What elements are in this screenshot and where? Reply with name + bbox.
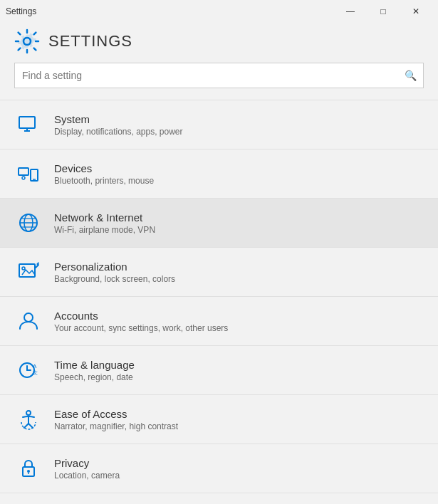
title-bar: Settings — □ ✕ [0, 0, 438, 23]
svg-point-16 [22, 267, 25, 270]
settings-item-devices[interactable]: Devices Bluetooth, printers, mouse [0, 149, 438, 198]
settings-item-personalization[interactable]: Personalization Background, lock screen,… [0, 247, 438, 296]
svg-rect-5 [19, 168, 28, 175]
settings-item-system[interactable]: System Display, notifications, apps, pow… [0, 100, 438, 149]
settings-list: System Display, notifications, apps, pow… [0, 100, 438, 504]
search-input[interactable] [14, 63, 424, 88]
personalization-icon [14, 258, 43, 286]
close-button[interactable]: ✕ [400, 0, 432, 23]
network-title: Network & Internet [54, 211, 155, 224]
settings-item-accounts[interactable]: Accounts Your account, sync settings, wo… [0, 296, 438, 345]
svg-text:A: A [33, 363, 37, 369]
ease-subtitle: Narrator, magnifier, high contrast [54, 421, 178, 431]
time-subtitle: Speech, region, date [54, 372, 135, 382]
personalization-title: Personalization [54, 261, 175, 273]
settings-item-time[interactable]: A 文 Time & language Speech, region, date [0, 345, 438, 394]
settings-item-update[interactable]: Update & security Windows Update, recove… [0, 493, 438, 504]
devices-subtitle: Bluetooth, printers, mouse [54, 176, 154, 186]
header: SETTINGS [0, 23, 438, 63]
svg-rect-2 [19, 117, 35, 128]
network-text: Network & Internet Wi-Fi, airplane mode,… [54, 211, 155, 235]
system-icon [14, 110, 43, 139]
settings-item-ease[interactable]: Ease of Access Narrator, magnifier, high… [0, 394, 438, 443]
title-bar-controls: — □ ✕ [334, 0, 432, 23]
svg-text:文: 文 [33, 370, 38, 375]
settings-item-network[interactable]: Network & Internet Wi-Fi, airplane mode,… [0, 198, 438, 247]
search-icon: 🔍 [405, 70, 417, 81]
accounts-title: Accounts [54, 310, 228, 322]
devices-icon [14, 159, 43, 188]
minimize-button[interactable]: — [334, 0, 367, 23]
privacy-subtitle: Location, camera [54, 471, 120, 481]
system-text: System Display, notifications, apps, pow… [54, 113, 183, 137]
svg-point-19 [24, 313, 33, 322]
search-bar[interactable]: 🔍 [14, 63, 424, 88]
settings-item-privacy[interactable]: Privacy Location, camera [0, 443, 438, 493]
ease-text: Ease of Access Narrator, magnifier, high… [54, 408, 178, 431]
network-subtitle: Wi-Fi, airplane mode, VPN [54, 225, 155, 235]
header-title: SETTINGS [48, 32, 132, 51]
title-bar-title: Settings [6, 6, 36, 16]
maximize-button[interactable]: □ [367, 0, 400, 23]
system-subtitle: Display, notifications, apps, power [54, 127, 183, 137]
ease-title: Ease of Access [54, 408, 178, 420]
devices-title: Devices [54, 162, 154, 174]
devices-text: Devices Bluetooth, printers, mouse [54, 162, 154, 186]
network-icon [14, 209, 43, 237]
time-icon: A 文 [14, 356, 43, 384]
svg-point-25 [26, 411, 31, 415]
accounts-icon [14, 307, 43, 335]
privacy-title: Privacy [54, 457, 120, 469]
settings-header-icon [14, 28, 40, 54]
time-text: Time & language Speech, region, date [54, 359, 135, 382]
privacy-text: Privacy Location, camera [54, 457, 120, 481]
accounts-subtitle: Your account, sync settings, work, other… [54, 323, 228, 333]
personalization-subtitle: Background, lock screen, colors [54, 274, 175, 284]
personalization-text: Personalization Background, lock screen,… [54, 261, 175, 284]
system-title: System [54, 113, 183, 125]
svg-line-17 [36, 265, 38, 268]
accounts-text: Accounts Your account, sync settings, wo… [54, 310, 228, 333]
time-title: Time & language [54, 359, 135, 371]
title-bar-left: Settings [6, 6, 36, 16]
svg-point-27 [27, 470, 30, 473]
privacy-icon [14, 454, 43, 483]
svg-point-8 [22, 177, 25, 179]
ease-icon [14, 405, 43, 434]
